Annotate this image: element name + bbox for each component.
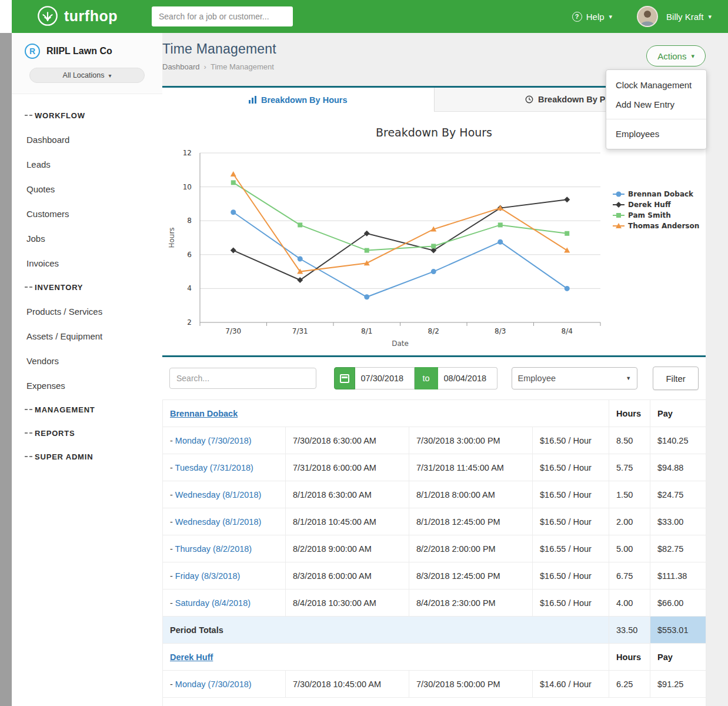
sidebar: R RIIPL Lawn Co All Locations ▾ WORKFLOW… (12, 33, 162, 706)
clock-in-cell: 8/1/2018 10:45:00 AM (286, 508, 409, 535)
svg-text:Derek Huff: Derek Huff (628, 201, 671, 209)
day-link[interactable]: Monday (7/30/2018) (175, 680, 252, 689)
filter-button[interactable]: Filter (653, 367, 699, 390)
clock-out-cell: 7/30/2018 3:00:00 PM (409, 427, 533, 454)
actions-dropdown-menu: Clock ManagementAdd New EntryEmployees (606, 69, 707, 149)
left-gutter (0, 33, 12, 706)
hours-column-header: Hours (609, 400, 650, 427)
sidebar-company-block: R RIIPL Lawn Co All Locations ▾ (12, 33, 162, 94)
user-avatar[interactable] (637, 6, 658, 27)
pay-cell: $140.25 (650, 427, 706, 454)
svg-text:Breakdown By Hours: Breakdown By Hours (376, 126, 492, 139)
sidebar-section-label: INVENTORY (35, 283, 83, 292)
clock-in-cell: 7/30/2018 6:30:00 AM (286, 427, 409, 454)
clock-icon (525, 95, 533, 104)
company-name: RIIPL Lawn Co (46, 46, 112, 56)
pay-cell: $24.75 (650, 481, 706, 508)
sidebar-item-jobs[interactable]: Jobs (12, 226, 162, 251)
sidebar-section-inventory: INVENTORY (12, 275, 162, 299)
day-cell: Wednesday (8/1/2018) (163, 508, 286, 535)
day-link[interactable]: Thursday (8/2/2018) (175, 544, 252, 554)
time-entry-row: Wednesday (8/1/2018)8/1/2018 6:30:00 AM8… (163, 481, 706, 508)
table-search-input[interactable] (169, 368, 316, 389)
svg-text:Pam Smith: Pam Smith (628, 211, 671, 219)
rate-cell: $16.50 / Hour (533, 508, 609, 535)
svg-text:Brennan Doback: Brennan Doback (628, 190, 694, 198)
svg-text:4: 4 (187, 284, 192, 292)
menu-item-clock-management[interactable]: Clock Management (606, 75, 706, 95)
section-dash-icon (25, 432, 28, 434)
svg-text:8: 8 (187, 217, 192, 225)
menu-item-employees[interactable]: Employees (606, 124, 706, 144)
sidebar-item-assets-equipment[interactable]: Assets / Equipment (12, 324, 162, 348)
rate-cell: $16.50 / Hour (533, 590, 609, 617)
sidebar-section-label: REPORTS (35, 429, 75, 438)
employee-header-row: Derek HuffHoursPay (163, 644, 706, 671)
svg-text:2: 2 (187, 318, 192, 327)
sidebar-item-leads[interactable]: Leads (12, 152, 162, 176)
time-entry-row: Saturday (8/4/2018)8/4/2018 10:30:00 AM8… (163, 590, 706, 617)
svg-text:8/3: 8/3 (495, 327, 506, 335)
chevron-down-icon: ▼ (626, 375, 631, 381)
calendar-icon (340, 374, 349, 383)
partial-cell (163, 698, 706, 706)
brand-logo[interactable]: turfhop (36, 5, 118, 27)
sidebar-nav: WORKFLOWDashboardLeadsQuotesCustomersJob… (12, 94, 162, 468)
day-cell: Monday (7/30/2018) (163, 427, 286, 454)
rate-cell: $16.55 / Hour (533, 535, 609, 562)
day-link[interactable]: Saturday (8/4/2018) (175, 598, 251, 608)
date-to-input[interactable] (438, 367, 497, 389)
day-link[interactable]: Friday (8/3/2018) (175, 571, 240, 581)
svg-text:8/1: 8/1 (361, 327, 372, 335)
tab-breakdown-by-hours[interactable]: Breakdown By Hours (162, 88, 434, 112)
date-range-group: to (334, 367, 497, 389)
employee-select[interactable]: Employee ▼ (512, 367, 638, 389)
pay-cell: $33.00 (650, 508, 706, 535)
grass-logo-icon (36, 5, 59, 27)
sidebar-item-quotes[interactable]: Quotes (12, 176, 162, 201)
sidebar-section-reports: REPORTS (12, 421, 162, 445)
sidebar-item-expenses[interactable]: Expenses (12, 373, 162, 398)
time-entry-row: Monday (7/30/2018)7/30/2018 6:30:00 AM7/… (163, 427, 706, 454)
chevron-down-icon[interactable]: ▾ (708, 13, 712, 21)
sidebar-item-customers[interactable]: Customers (12, 201, 162, 226)
svg-text:8/2: 8/2 (428, 327, 439, 335)
hours-cell: 6.25 (609, 671, 650, 698)
menu-item-add-new-entry[interactable]: Add New Entry (606, 95, 706, 114)
day-link[interactable]: Monday (7/30/2018) (175, 436, 252, 445)
pay-cell: $111.38 (650, 562, 706, 590)
clock-in-cell: 8/2/2018 9:00:00 AM (286, 535, 409, 562)
day-cell: Friday (8/3/2018) (163, 562, 286, 590)
employee-link-brennan-doback[interactable]: Brennan Doback (170, 409, 238, 418)
help-menu[interactable]: ? Help ▾ (572, 12, 612, 22)
clock-in-cell: 7/31/2018 6:00:00 AM (286, 454, 409, 481)
pay-cell: $66.00 (650, 590, 706, 617)
svg-text:7/31: 7/31 (292, 327, 308, 335)
actions-button[interactable]: Actions ▾ (646, 45, 706, 66)
employee-link-derek-huff[interactable]: Derek Huff (170, 652, 213, 662)
global-search-input[interactable] (152, 6, 293, 26)
svg-text:Hours: Hours (168, 227, 176, 248)
pay-column-header: Pay (650, 400, 706, 427)
section-dash-icon (25, 115, 28, 116)
user-name[interactable]: Billy Kraft (666, 12, 703, 22)
date-from-input[interactable] (355, 367, 415, 389)
svg-text:Thomas Anderson: Thomas Anderson (628, 222, 699, 230)
employee-name-cell: Brennan Doback (163, 400, 609, 427)
day-link[interactable]: Tuesday (7/31/2018) (175, 463, 253, 472)
sidebar-item-vendors[interactable]: Vendors (12, 348, 162, 373)
location-selector[interactable]: All Locations ▾ (29, 68, 145, 83)
calendar-button[interactable] (334, 367, 355, 389)
day-link[interactable]: Wednesday (8/1/2018) (175, 490, 261, 499)
sidebar-item-products-services[interactable]: Products / Services (12, 299, 162, 324)
hours-cell: 2.00 (609, 508, 650, 535)
sidebar-item-invoices[interactable]: Invoices (12, 251, 162, 275)
breadcrumb-dashboard[interactable]: Dashboard (162, 62, 200, 71)
employee-header-row: Brennan DobackHoursPay (163, 400, 706, 427)
day-cell: Wednesday (8/1/2018) (163, 481, 286, 508)
date-range-to-label: to (415, 367, 438, 389)
period-totals-label: Period Totals (163, 617, 609, 644)
day-link[interactable]: Wednesday (8/1/2018) (175, 517, 261, 527)
pay-column-header: Pay (650, 644, 706, 671)
sidebar-item-dashboard[interactable]: Dashboard (12, 127, 162, 152)
